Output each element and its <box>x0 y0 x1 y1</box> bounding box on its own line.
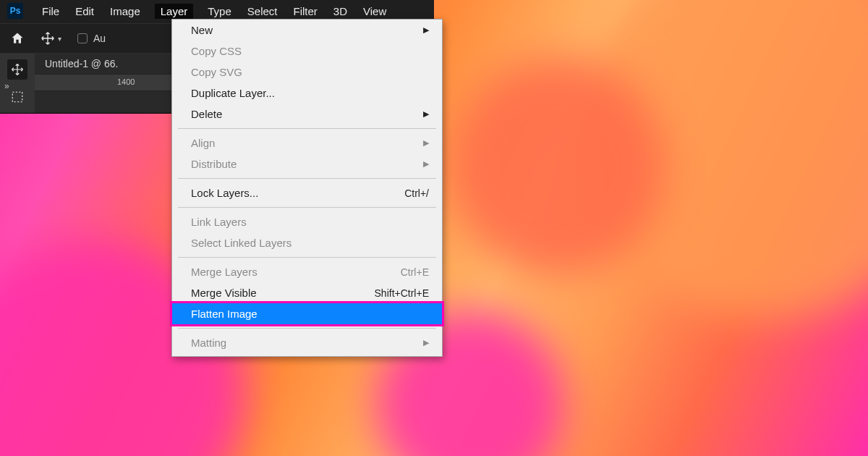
menu-item-shortcut: Shift+Ctrl+E <box>375 287 429 299</box>
expand-panels-icon[interactable]: » <box>4 81 9 91</box>
menu-item-label: New <box>191 24 213 36</box>
menu-item-shortcut: Ctrl+E <box>401 266 429 278</box>
menu-item-label: Delete <box>191 108 222 120</box>
submenu-arrow-icon: ▶ <box>423 25 429 35</box>
home-icon[interactable] <box>10 31 25 46</box>
menu-file[interactable]: File <box>41 4 61 19</box>
menu-item-label: Copy CSS <box>191 45 242 57</box>
auto-select-toggle[interactable]: Au <box>77 33 106 44</box>
menu-item-copy-css[interactable]: Copy CSS <box>172 41 442 62</box>
menu-item-matting[interactable]: Matting ▶ <box>172 332 442 353</box>
menu-item-delete[interactable]: Delete ▶ <box>172 104 442 124</box>
menu-item-shortcut: Ctrl+/ <box>404 187 429 199</box>
move-tool-icon[interactable]: ▾ <box>41 31 61 46</box>
menu-item-merge-visible[interactable]: Merge Visible Shift+Ctrl+E <box>172 282 442 303</box>
submenu-arrow-icon: ▶ <box>423 109 429 119</box>
submenu-arrow-icon: ▶ <box>423 138 429 148</box>
menu-item-link-layers[interactable]: Link Layers <box>172 211 442 232</box>
menu-item-merge-layers[interactable]: Merge Layers Ctrl+E <box>172 261 442 282</box>
app-logo-icon: Ps <box>7 3 23 19</box>
menu-item-distribute[interactable]: Distribute ▶ <box>172 153 442 174</box>
menu-view[interactable]: View <box>362 4 388 19</box>
menu-item-label: Merge Layers <box>191 266 258 278</box>
menu-item-label: Merge Visible <box>191 287 257 299</box>
submenu-arrow-icon: ▶ <box>423 159 429 169</box>
bg-blob <box>448 58 665 275</box>
marquee-tool-button[interactable] <box>7 87 27 107</box>
move-tool-button[interactable] <box>7 59 27 80</box>
menu-item-duplicate-layer[interactable]: Duplicate Layer... <box>172 83 442 104</box>
checkbox-icon <box>77 33 88 43</box>
menu-item-label: Align <box>191 137 215 149</box>
menu-item-label: Link Layers <box>191 216 247 228</box>
menu-item-lock-layers[interactable]: Lock Layers... Ctrl+/ <box>172 182 442 203</box>
menu-item-new[interactable]: New ▶ <box>172 20 442 41</box>
canvas-background: Ps File Edit Image Layer Type Select Fil… <box>0 0 868 456</box>
menu-item-select-linked-layers[interactable]: Select Linked Layers <box>172 232 442 253</box>
ruler-mark: 1400 <box>117 77 135 86</box>
menu-item-label: Flatten Image <box>191 308 258 320</box>
menu-image[interactable]: Image <box>109 4 142 19</box>
menu-item-label: Duplicate Layer... <box>191 87 275 99</box>
menu-separator <box>178 328 436 329</box>
menu-type[interactable]: Type <box>206 4 233 19</box>
menu-separator <box>178 207 436 208</box>
menu-item-flatten-image[interactable]: Flatten Image <box>172 303 442 324</box>
menu-item-align[interactable]: Align ▶ <box>172 132 442 153</box>
menu-item-label: Select Linked Layers <box>191 237 292 249</box>
auto-select-label: Au <box>93 33 106 44</box>
menu-item-label: Matting <box>191 337 226 349</box>
layer-dropdown: New ▶ Copy CSS Copy SVG Duplicate Layer.… <box>171 19 443 357</box>
menu-filter[interactable]: Filter <box>292 4 319 19</box>
menu-separator <box>178 128 436 129</box>
menu-item-label: Distribute <box>191 158 237 170</box>
menu-select[interactable]: Select <box>246 4 279 19</box>
menu-item-label: Copy SVG <box>191 66 242 78</box>
menu-3d[interactable]: 3D <box>332 4 349 19</box>
menu-item-label: Lock Layers... <box>191 187 258 199</box>
submenu-arrow-icon: ▶ <box>423 338 429 347</box>
menu-layer[interactable]: Layer <box>155 4 194 19</box>
menu-edit[interactable]: Edit <box>74 4 95 19</box>
menu-item-copy-svg[interactable]: Copy SVG <box>172 62 442 83</box>
chevron-down-icon: ▾ <box>58 35 61 43</box>
menu-separator <box>178 257 436 258</box>
menu-separator <box>178 178 436 179</box>
svg-rect-0 <box>12 92 22 102</box>
